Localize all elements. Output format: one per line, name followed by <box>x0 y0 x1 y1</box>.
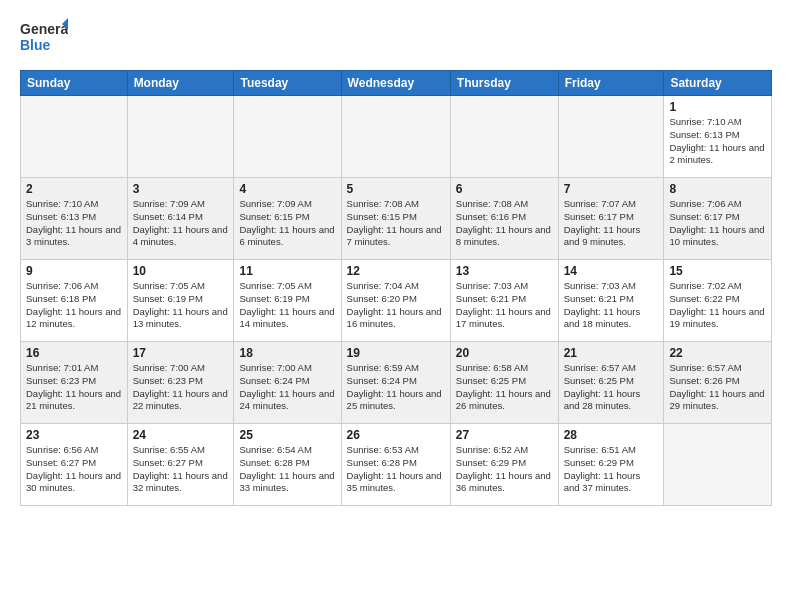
day-cell: 1Sunrise: 7:10 AM Sunset: 6:13 PM Daylig… <box>664 96 772 178</box>
day-info: Sunrise: 6:57 AM Sunset: 6:25 PM Dayligh… <box>564 362 659 413</box>
day-cell: 7Sunrise: 7:07 AM Sunset: 6:17 PM Daylig… <box>558 178 664 260</box>
day-number: 19 <box>347 346 445 360</box>
header: General Blue <box>20 16 772 60</box>
day-info: Sunrise: 6:56 AM Sunset: 6:27 PM Dayligh… <box>26 444 122 495</box>
day-cell: 5Sunrise: 7:08 AM Sunset: 6:15 PM Daylig… <box>341 178 450 260</box>
weekday-saturday: Saturday <box>664 71 772 96</box>
day-number: 12 <box>347 264 445 278</box>
week-row-0: 1Sunrise: 7:10 AM Sunset: 6:13 PM Daylig… <box>21 96 772 178</box>
day-number: 25 <box>239 428 335 442</box>
day-cell: 11Sunrise: 7:05 AM Sunset: 6:19 PM Dayli… <box>234 260 341 342</box>
week-row-4: 23Sunrise: 6:56 AM Sunset: 6:27 PM Dayli… <box>21 424 772 506</box>
day-info: Sunrise: 7:08 AM Sunset: 6:15 PM Dayligh… <box>347 198 445 249</box>
day-info: Sunrise: 6:57 AM Sunset: 6:26 PM Dayligh… <box>669 362 766 413</box>
day-number: 20 <box>456 346 553 360</box>
day-cell: 13Sunrise: 7:03 AM Sunset: 6:21 PM Dayli… <box>450 260 558 342</box>
day-number: 14 <box>564 264 659 278</box>
day-cell: 19Sunrise: 6:59 AM Sunset: 6:24 PM Dayli… <box>341 342 450 424</box>
page: General Blue SundayMondayTuesdayWednesda… <box>0 0 792 612</box>
day-cell <box>558 96 664 178</box>
weekday-thursday: Thursday <box>450 71 558 96</box>
day-info: Sunrise: 7:00 AM Sunset: 6:23 PM Dayligh… <box>133 362 229 413</box>
day-cell: 27Sunrise: 6:52 AM Sunset: 6:29 PM Dayli… <box>450 424 558 506</box>
day-number: 27 <box>456 428 553 442</box>
day-info: Sunrise: 7:06 AM Sunset: 6:17 PM Dayligh… <box>669 198 766 249</box>
day-info: Sunrise: 7:10 AM Sunset: 6:13 PM Dayligh… <box>669 116 766 167</box>
day-number: 6 <box>456 182 553 196</box>
day-cell <box>21 96 128 178</box>
day-number: 9 <box>26 264 122 278</box>
day-info: Sunrise: 7:05 AM Sunset: 6:19 PM Dayligh… <box>133 280 229 331</box>
calendar-table: SundayMondayTuesdayWednesdayThursdayFrid… <box>20 70 772 506</box>
day-info: Sunrise: 7:03 AM Sunset: 6:21 PM Dayligh… <box>564 280 659 331</box>
day-cell: 17Sunrise: 7:00 AM Sunset: 6:23 PM Dayli… <box>127 342 234 424</box>
day-cell <box>341 96 450 178</box>
day-number: 2 <box>26 182 122 196</box>
day-cell: 24Sunrise: 6:55 AM Sunset: 6:27 PM Dayli… <box>127 424 234 506</box>
day-cell <box>234 96 341 178</box>
day-number: 24 <box>133 428 229 442</box>
day-info: Sunrise: 7:03 AM Sunset: 6:21 PM Dayligh… <box>456 280 553 331</box>
day-number: 13 <box>456 264 553 278</box>
weekday-sunday: Sunday <box>21 71 128 96</box>
day-number: 26 <box>347 428 445 442</box>
day-cell: 28Sunrise: 6:51 AM Sunset: 6:29 PM Dayli… <box>558 424 664 506</box>
day-info: Sunrise: 6:58 AM Sunset: 6:25 PM Dayligh… <box>456 362 553 413</box>
day-cell: 2Sunrise: 7:10 AM Sunset: 6:13 PM Daylig… <box>21 178 128 260</box>
day-cell: 8Sunrise: 7:06 AM Sunset: 6:17 PM Daylig… <box>664 178 772 260</box>
day-info: Sunrise: 7:05 AM Sunset: 6:19 PM Dayligh… <box>239 280 335 331</box>
day-cell: 18Sunrise: 7:00 AM Sunset: 6:24 PM Dayli… <box>234 342 341 424</box>
day-info: Sunrise: 7:06 AM Sunset: 6:18 PM Dayligh… <box>26 280 122 331</box>
day-info: Sunrise: 6:51 AM Sunset: 6:29 PM Dayligh… <box>564 444 659 495</box>
day-cell: 3Sunrise: 7:09 AM Sunset: 6:14 PM Daylig… <box>127 178 234 260</box>
weekday-friday: Friday <box>558 71 664 96</box>
day-info: Sunrise: 7:09 AM Sunset: 6:14 PM Dayligh… <box>133 198 229 249</box>
day-cell: 4Sunrise: 7:09 AM Sunset: 6:15 PM Daylig… <box>234 178 341 260</box>
week-row-1: 2Sunrise: 7:10 AM Sunset: 6:13 PM Daylig… <box>21 178 772 260</box>
day-cell: 10Sunrise: 7:05 AM Sunset: 6:19 PM Dayli… <box>127 260 234 342</box>
week-row-3: 16Sunrise: 7:01 AM Sunset: 6:23 PM Dayli… <box>21 342 772 424</box>
day-number: 4 <box>239 182 335 196</box>
logo-icon: General Blue <box>20 16 68 56</box>
day-cell: 6Sunrise: 7:08 AM Sunset: 6:16 PM Daylig… <box>450 178 558 260</box>
day-cell: 14Sunrise: 7:03 AM Sunset: 6:21 PM Dayli… <box>558 260 664 342</box>
day-cell: 25Sunrise: 6:54 AM Sunset: 6:28 PM Dayli… <box>234 424 341 506</box>
day-info: Sunrise: 6:59 AM Sunset: 6:24 PM Dayligh… <box>347 362 445 413</box>
day-number: 22 <box>669 346 766 360</box>
day-cell: 26Sunrise: 6:53 AM Sunset: 6:28 PM Dayli… <box>341 424 450 506</box>
day-number: 17 <box>133 346 229 360</box>
svg-text:Blue: Blue <box>20 37 51 53</box>
day-info: Sunrise: 7:09 AM Sunset: 6:15 PM Dayligh… <box>239 198 335 249</box>
day-info: Sunrise: 7:07 AM Sunset: 6:17 PM Dayligh… <box>564 198 659 249</box>
day-info: Sunrise: 6:52 AM Sunset: 6:29 PM Dayligh… <box>456 444 553 495</box>
week-row-2: 9Sunrise: 7:06 AM Sunset: 6:18 PM Daylig… <box>21 260 772 342</box>
day-number: 23 <box>26 428 122 442</box>
day-cell <box>127 96 234 178</box>
day-info: Sunrise: 6:55 AM Sunset: 6:27 PM Dayligh… <box>133 444 229 495</box>
day-number: 8 <box>669 182 766 196</box>
day-info: Sunrise: 7:01 AM Sunset: 6:23 PM Dayligh… <box>26 362 122 413</box>
day-number: 15 <box>669 264 766 278</box>
day-number: 16 <box>26 346 122 360</box>
day-cell <box>664 424 772 506</box>
day-number: 7 <box>564 182 659 196</box>
day-number: 3 <box>133 182 229 196</box>
day-number: 28 <box>564 428 659 442</box>
day-info: Sunrise: 7:04 AM Sunset: 6:20 PM Dayligh… <box>347 280 445 331</box>
weekday-monday: Monday <box>127 71 234 96</box>
logo: General Blue <box>20 16 68 60</box>
day-info: Sunrise: 6:54 AM Sunset: 6:28 PM Dayligh… <box>239 444 335 495</box>
day-info: Sunrise: 7:02 AM Sunset: 6:22 PM Dayligh… <box>669 280 766 331</box>
weekday-wednesday: Wednesday <box>341 71 450 96</box>
day-cell: 15Sunrise: 7:02 AM Sunset: 6:22 PM Dayli… <box>664 260 772 342</box>
day-cell: 21Sunrise: 6:57 AM Sunset: 6:25 PM Dayli… <box>558 342 664 424</box>
day-info: Sunrise: 7:10 AM Sunset: 6:13 PM Dayligh… <box>26 198 122 249</box>
day-number: 21 <box>564 346 659 360</box>
day-number: 11 <box>239 264 335 278</box>
day-info: Sunrise: 7:00 AM Sunset: 6:24 PM Dayligh… <box>239 362 335 413</box>
day-number: 1 <box>669 100 766 114</box>
day-cell <box>450 96 558 178</box>
day-number: 18 <box>239 346 335 360</box>
weekday-tuesday: Tuesday <box>234 71 341 96</box>
day-cell: 9Sunrise: 7:06 AM Sunset: 6:18 PM Daylig… <box>21 260 128 342</box>
